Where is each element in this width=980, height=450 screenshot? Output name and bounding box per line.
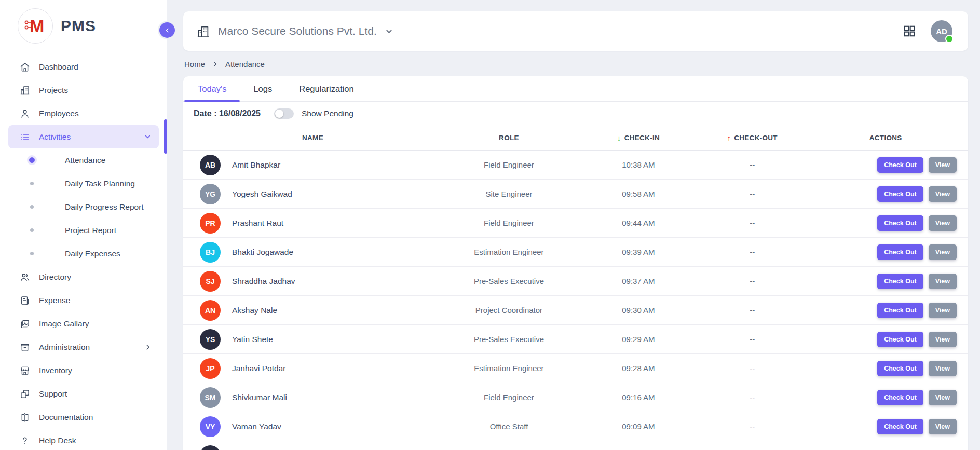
sidebar-item-image-gallary[interactable]: Image Gallary bbox=[8, 312, 159, 335]
sidebar-item-projects[interactable]: Projects bbox=[8, 78, 159, 102]
sidebar-item-label: Administration bbox=[39, 343, 90, 352]
checkout-button[interactable]: Check Out bbox=[877, 419, 923, 434]
sidebar-subitem-label: Project Report bbox=[65, 226, 116, 235]
sidebar-item-administration[interactable]: Administration bbox=[8, 335, 159, 359]
table-row: YG Yogesh Gaikwad Site Engineer 09:58 AM… bbox=[183, 180, 968, 209]
row-avatar-initials: PR bbox=[205, 219, 215, 227]
company-selector[interactable]: Marco Secure Solutions Pvt. Ltd. bbox=[197, 25, 393, 38]
checkout-button[interactable]: Check Out bbox=[877, 186, 923, 202]
row-checkin: 09:16 AM bbox=[576, 393, 701, 402]
employee-avatar: BJ bbox=[200, 242, 221, 263]
row-role: Pre-Sales Executive bbox=[442, 335, 576, 344]
table-header-row: NAME ROLE ↓CHECK-IN ↑CHECK-OUT ACTIONS bbox=[183, 126, 968, 151]
tab-regularization[interactable]: Regularization bbox=[285, 76, 367, 101]
view-button[interactable]: View bbox=[929, 274, 957, 289]
row-avatar-initials: YS bbox=[206, 335, 215, 344]
top-header: Marco Secure Solutions Pvt. Ltd. AD bbox=[183, 11, 968, 51]
bullet-dot-icon bbox=[30, 205, 34, 209]
checkout-button[interactable]: Check Out bbox=[877, 244, 923, 260]
show-pending-toggle[interactable] bbox=[274, 108, 294, 119]
row-actions: Check Out View bbox=[803, 303, 968, 318]
checkout-button[interactable]: Check Out bbox=[877, 303, 923, 318]
sidebar-nav: Dashboard Projects Employees Activities … bbox=[0, 55, 167, 450]
row-checkin: 09:09 AM bbox=[576, 422, 701, 431]
sidebar-subitem-label: Daily Progress Report bbox=[65, 202, 144, 212]
sidebar-item-daily-expenses[interactable]: Daily Expenses bbox=[8, 242, 159, 265]
sidebar-item-expense[interactable]: Expense bbox=[8, 289, 159, 312]
image-icon bbox=[20, 319, 30, 329]
view-button[interactable]: View bbox=[929, 361, 957, 376]
employee-avatar: AN bbox=[200, 300, 221, 321]
storefront-icon bbox=[20, 365, 30, 376]
date-label: Date : 16/08/2025 bbox=[194, 109, 261, 118]
view-button[interactable]: View bbox=[929, 419, 957, 434]
row-checkin: 09:39 AM bbox=[576, 248, 701, 256]
people-icon bbox=[20, 272, 30, 282]
employee-avatar: SM bbox=[200, 387, 221, 408]
sidebar-item-label: Projects bbox=[39, 86, 68, 95]
view-button[interactable]: View bbox=[929, 157, 957, 173]
row-checkin: 09:29 AM bbox=[576, 335, 701, 344]
squares-icon bbox=[20, 389, 30, 399]
sidebar-item-help-desk[interactable]: Help Desk bbox=[8, 429, 159, 450]
sidebar-item-directory[interactable]: Directory bbox=[8, 265, 159, 289]
row-actions: Check Out View bbox=[803, 390, 968, 405]
breadcrumb-home[interactable]: Home bbox=[184, 60, 205, 69]
sidebar-item-activities[interactable]: Activities bbox=[8, 125, 159, 148]
checkout-button[interactable]: Check Out bbox=[877, 274, 923, 289]
table-row: JP Janhavi Potdar Estimation Engineer 09… bbox=[183, 354, 968, 383]
bullet-dot-icon bbox=[30, 228, 34, 232]
row-actions: Check Out View bbox=[803, 157, 968, 173]
row-checkout: -- bbox=[701, 160, 804, 169]
logo: M PMS bbox=[0, 0, 167, 44]
row-checkin: 09:44 AM bbox=[576, 219, 701, 227]
row-role: Estimation Engineer bbox=[442, 364, 576, 373]
sidebar-item-employees[interactable]: Employees bbox=[8, 102, 159, 125]
row-actions: Check Out View bbox=[803, 244, 968, 260]
column-header-checkin[interactable]: ↓CHECK-IN bbox=[576, 133, 701, 142]
chevron-down-icon bbox=[144, 133, 152, 141]
breadcrumb-current: Attendance bbox=[225, 60, 265, 69]
column-header-role[interactable]: ROLE bbox=[442, 134, 576, 142]
employee-cell: SM Shivkumar Mali bbox=[183, 387, 442, 408]
user-avatar[interactable]: AD bbox=[931, 20, 952, 42]
view-button[interactable]: View bbox=[929, 303, 957, 318]
sidebar-item-project-report[interactable]: Project Report bbox=[8, 219, 159, 242]
sidebar-item-daily-progress-report[interactable]: Daily Progress Report bbox=[8, 195, 159, 219]
sidebar-collapse-button[interactable] bbox=[158, 21, 176, 39]
sidebar-item-label: Support bbox=[39, 389, 67, 399]
column-header-checkout[interactable]: ↑CHECK-OUT bbox=[701, 133, 804, 142]
tab-todays[interactable]: Today's bbox=[184, 76, 240, 101]
view-button[interactable]: View bbox=[929, 215, 957, 231]
sidebar-item-label: Documentation bbox=[39, 413, 93, 422]
checkout-button[interactable]: Check Out bbox=[877, 215, 923, 231]
checkout-button[interactable]: Check Out bbox=[877, 332, 923, 347]
view-button[interactable]: View bbox=[929, 390, 957, 405]
sidebar-scrollbar-thumb[interactable] bbox=[164, 119, 167, 154]
table-row: AN Akshay Nale Project Coordinator 09:30… bbox=[183, 296, 968, 325]
employee-cell: BJ Bhakti Jogawade bbox=[183, 242, 442, 263]
sidebar-item-inventory[interactable]: Inventory bbox=[8, 359, 159, 382]
checkout-button[interactable]: Check Out bbox=[877, 361, 923, 376]
sidebar-item-label: Help Desk bbox=[39, 436, 76, 445]
view-button[interactable]: View bbox=[929, 332, 957, 347]
checkout-button[interactable]: Check Out bbox=[877, 390, 923, 405]
sidebar-item-support[interactable]: Support bbox=[8, 382, 159, 405]
sidebar-item-documentation[interactable]: Documentation bbox=[8, 405, 159, 429]
row-name: Janhavi Potdar bbox=[232, 364, 285, 373]
employee-cell: YS Yatin Shete bbox=[183, 329, 442, 350]
apps-grid-icon[interactable] bbox=[903, 24, 916, 38]
checkout-button[interactable]: Check Out bbox=[877, 157, 923, 173]
view-button[interactable]: View bbox=[929, 186, 957, 202]
row-name: Shraddha Jadhav bbox=[232, 277, 295, 286]
column-header-name[interactable]: NAME bbox=[183, 134, 442, 142]
row-avatar-initials: AB bbox=[205, 161, 215, 169]
attendance-table-body: AB Amit Bhapkar Field Engineer 10:38 AM … bbox=[183, 151, 968, 450]
view-button[interactable]: View bbox=[929, 244, 957, 260]
tab-logs[interactable]: Logs bbox=[240, 76, 285, 101]
sidebar-item-dashboard[interactable]: Dashboard bbox=[8, 55, 159, 78]
sidebar-item-attendance[interactable]: Attendance bbox=[8, 148, 159, 172]
app-title: PMS bbox=[61, 17, 96, 35]
sidebar-item-daily-task-planning[interactable]: Daily Task Planning bbox=[8, 172, 159, 195]
buildings-icon bbox=[20, 85, 30, 96]
